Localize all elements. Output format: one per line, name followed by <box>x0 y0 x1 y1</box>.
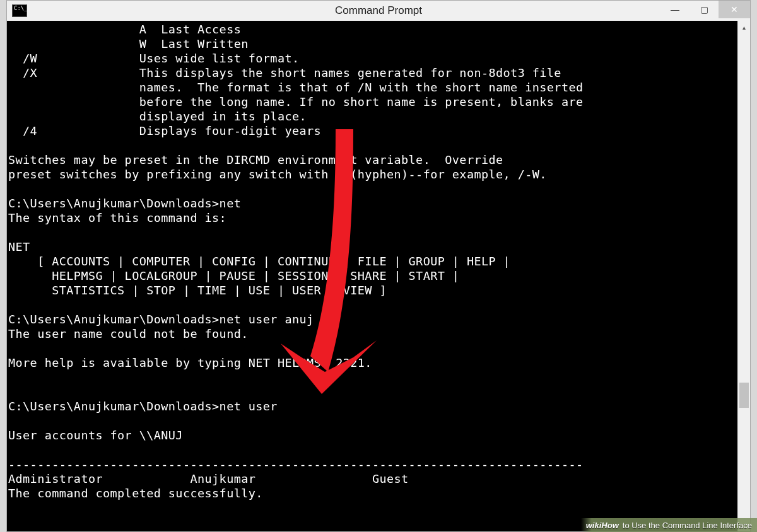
wikihow-logo: wikiHow <box>586 521 619 530</box>
titlebar[interactable]: Command Prompt — ▢ ✕ <box>7 1 750 21</box>
window-title: Command Prompt <box>7 4 750 17</box>
vertical-scrollbar[interactable]: ▴ ▾ <box>737 21 750 531</box>
cmd-icon <box>12 4 27 17</box>
caption-text: to Use the Command Line Interface <box>623 521 752 530</box>
terminal-output[interactable]: A Last Access W Last Written /W Uses wid… <box>7 21 737 531</box>
scroll-up-button[interactable]: ▴ <box>738 21 750 33</box>
command-prompt-window: Command Prompt — ▢ ✕ A Last Access W Las… <box>6 0 751 532</box>
window-controls: — ▢ ✕ <box>660 1 750 21</box>
client-area: A Last Access W Last Written /W Uses wid… <box>7 21 750 531</box>
scroll-track[interactable] <box>738 33 750 519</box>
maximize-button[interactable]: ▢ <box>690 1 719 18</box>
minimize-button[interactable]: — <box>660 1 690 18</box>
close-button[interactable]: ✕ <box>719 1 750 18</box>
scroll-thumb[interactable] <box>739 383 749 408</box>
caption-bar: wikiHow to Use the Command Line Interfac… <box>581 518 757 532</box>
